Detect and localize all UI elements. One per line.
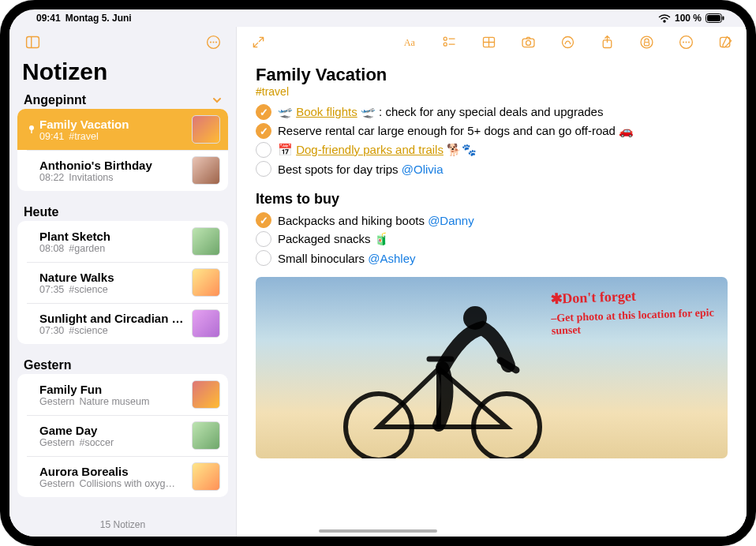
checkbox-icon[interactable] <box>256 123 271 139</box>
table-button[interactable] <box>477 30 500 54</box>
handwriting-annotation: ✱Don't forget –Get photo at this locatio… <box>550 285 717 337</box>
lock-circle-icon <box>638 34 655 50</box>
note-tag[interactable]: #travel <box>256 85 728 98</box>
checkbox-icon[interactable] <box>256 161 271 177</box>
note-item[interactable]: Plant Sketch 08:08#garden <box>17 221 228 262</box>
note-title: Aurora Borealis <box>39 465 185 478</box>
share-button[interactable] <box>595 30 619 54</box>
note-item-anthonios-birthday[interactable]: Anthonio's Birthday 08:22Invitations <box>17 150 228 191</box>
note-item[interactable]: Game Day Gestern#soccer <box>17 415 228 456</box>
note-thumbnail <box>192 380 220 409</box>
svg-point-26 <box>683 41 684 43</box>
status-right: 100 % <box>658 13 724 24</box>
markup-icon <box>560 34 576 50</box>
status-time: 09:41 <box>36 13 61 24</box>
cyclist-silhouette-icon <box>313 293 573 458</box>
detail-more-button[interactable] <box>674 30 698 54</box>
toggle-sidebar-button[interactable] <box>21 30 44 54</box>
status-bar: 09:41 Montag 5. Juni 100 % <box>9 9 747 27</box>
note-title: Nature Walks <box>39 271 185 284</box>
ellipsis-circle-icon <box>205 34 222 50</box>
svg-rect-10 <box>31 129 32 133</box>
note-title: Plant Sketch <box>39 230 185 243</box>
checkbox-icon[interactable] <box>256 250 271 266</box>
svg-rect-19 <box>522 39 534 47</box>
mention[interactable]: @Ashley <box>368 252 415 265</box>
sidebar: Notizen Angepinnt Family Vacation 09:41#… <box>9 27 237 537</box>
note-thumbnail <box>192 462 220 491</box>
sidebar-footer-count: 15 Notizen <box>9 519 236 530</box>
note-title: Family Vacation <box>39 118 185 131</box>
compose-icon <box>717 34 734 50</box>
pin-icon <box>27 125 36 134</box>
share-icon <box>599 34 616 50</box>
section-header-yesterday[interactable]: Gestern <box>17 355 228 374</box>
note-thumbnail <box>192 309 220 338</box>
note-detail: Aa <box>237 27 747 537</box>
section-header-today[interactable]: Heute <box>17 202 228 221</box>
note-image[interactable]: ✱Don't forget –Get photo at this locatio… <box>256 277 728 458</box>
note-subheading: Items to buy <box>256 191 728 208</box>
expand-button[interactable] <box>246 30 270 54</box>
link[interactable]: Book flights <box>296 105 357 118</box>
svg-rect-24 <box>644 42 649 45</box>
note-thumbnail <box>192 156 220 185</box>
note-title: Sunlight and Circadian Rhy… <box>39 312 185 325</box>
sidebar-title: Notizen <box>9 57 236 90</box>
note-item-family-vacation[interactable]: Family Vacation 09:41#travel <box>17 109 228 150</box>
svg-rect-2 <box>723 17 724 21</box>
status-battery-pct: 100 % <box>675 13 702 24</box>
svg-point-14 <box>443 43 447 46</box>
markup-button[interactable] <box>556 30 579 54</box>
compose-button[interactable] <box>713 30 737 54</box>
svg-rect-3 <box>26 36 39 47</box>
checklist-row[interactable]: 🛫 Book flights 🛫 : check for any special… <box>256 103 728 122</box>
home-indicator[interactable] <box>319 529 437 533</box>
checklist-button[interactable] <box>437 30 461 54</box>
checkbox-icon[interactable] <box>256 231 271 247</box>
note-item[interactable]: Aurora Borealis GesternCollisions with o… <box>17 456 228 497</box>
svg-point-8 <box>215 41 216 43</box>
checklist-row[interactable]: Reserve rental car large enough for 5+ d… <box>256 122 728 140</box>
note-thumbnail <box>192 115 220 144</box>
note-title: Game Day <box>39 424 185 437</box>
checklist-row[interactable]: Backpacks and hiking boots @Danny <box>256 211 728 230</box>
note-thumbnail <box>192 421 220 450</box>
svg-rect-1 <box>707 15 720 21</box>
link[interactable]: Dog-friendly parks and trails <box>296 143 443 156</box>
note-thumbnail <box>192 268 220 297</box>
note-item[interactable]: Nature Walks 07:35#science <box>17 262 228 303</box>
svg-point-7 <box>212 41 214 43</box>
text-format-button[interactable]: Aa <box>398 30 421 54</box>
camera-button[interactable] <box>516 30 540 54</box>
battery-icon <box>705 13 724 23</box>
svg-point-20 <box>526 40 530 45</box>
checkbox-icon[interactable] <box>256 104 271 120</box>
note-item[interactable]: Sunlight and Circadian Rhy… 07:30#scienc… <box>17 303 228 344</box>
status-date: Montag 5. Juni <box>65 13 132 24</box>
checklist-row[interactable]: Small binoculars @Ashley <box>256 249 728 267</box>
svg-point-28 <box>688 41 690 43</box>
table-icon <box>481 34 497 50</box>
note-heading: Family Vacation <box>256 65 728 85</box>
checklist-row[interactable]: 📅 Dog-friendly parks and trails 🐕🐾 <box>256 140 728 159</box>
mention[interactable]: @Olivia <box>402 163 443 176</box>
more-button[interactable] <box>201 30 225 54</box>
chevron-down-icon <box>211 94 223 107</box>
checkbox-icon[interactable] <box>256 212 271 228</box>
svg-rect-29 <box>720 37 729 47</box>
note-body[interactable]: Family Vacation #travel 🛫 Book flights 🛫… <box>237 57 747 537</box>
note-title: Family Fun <box>39 383 185 396</box>
camera-icon <box>520 34 537 50</box>
note-item[interactable]: Family Fun GesternNature museum <box>17 374 228 415</box>
checklist-row[interactable]: Best spots for day trips @Olivia <box>256 159 728 178</box>
section-header-pinned[interactable]: Angepinnt <box>17 90 228 109</box>
checkbox-icon[interactable] <box>256 142 271 158</box>
checklist-row[interactable]: Packaged snacks 🧃 <box>256 230 728 249</box>
expand-icon <box>250 34 267 50</box>
svg-text:Aa: Aa <box>403 36 415 47</box>
text-format-icon: Aa <box>402 34 418 50</box>
lock-button[interactable] <box>634 30 658 54</box>
mention[interactable]: @Danny <box>428 214 474 227</box>
note-title: Anthonio's Birthday <box>39 159 185 172</box>
